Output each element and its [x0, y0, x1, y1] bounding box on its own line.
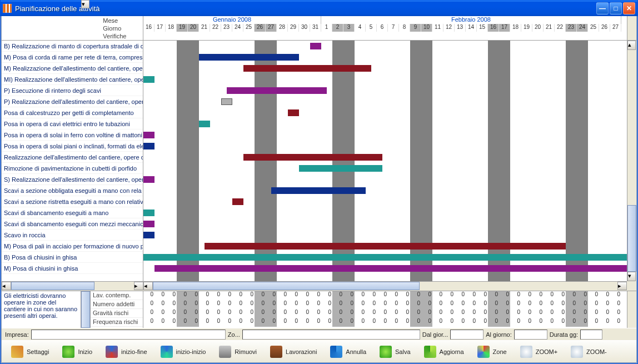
- vertical-scroll-thumb[interactable]: [627, 205, 636, 272]
- task-row[interactable]: M) Posa di chiusini in ghisa: [2, 263, 143, 274]
- stat-cell: 0: [399, 300, 410, 309]
- day-cell: 19: [177, 24, 188, 32]
- zoomplus-button[interactable]: ZOOM+: [514, 343, 564, 361]
- gantt-bar[interactable]: [243, 154, 382, 161]
- stat-cell: 0: [455, 318, 466, 327]
- lavorazioni-button[interactable]: Lavorazioni: [264, 343, 323, 361]
- stat-cell: 0: [210, 300, 221, 309]
- task-row[interactable]: Rimozione di pavimentazione in cubetti d…: [2, 163, 143, 174]
- task-row[interactable]: P) Realizzazione dell'allestimento del c…: [2, 96, 143, 107]
- salva-button[interactable]: Salva: [373, 343, 417, 361]
- gantt-bar[interactable]: [221, 98, 232, 105]
- zone-field[interactable]: [242, 330, 420, 340]
- aggiorna-button[interactable]: Aggiorna: [418, 343, 470, 361]
- gantt-bar[interactable]: [199, 121, 210, 127]
- gantt-bar[interactable]: [271, 187, 366, 194]
- durata-field[interactable]: [580, 330, 602, 340]
- gantt-chart[interactable]: [143, 41, 627, 281]
- salva-icon: [380, 346, 392, 358]
- scroll-up-button[interactable]: ▴: [627, 41, 636, 50]
- task-row[interactable]: Posa di calcestruzzo per getti di comple…: [2, 107, 143, 118]
- task-row[interactable]: Scavi di sbancamento eseguiti con mezzi …: [2, 218, 143, 230]
- day-cell: 3: [343, 24, 355, 32]
- gantt-bar[interactable]: [143, 132, 154, 138]
- stat-cell: 0: [599, 318, 610, 327]
- task-row[interactable]: M) Posa di pali in acciaio per formazion…: [2, 241, 143, 252]
- task-row[interactable]: Scavi di sbancamento eseguiti a mano: [2, 207, 143, 218]
- maximize-button[interactable]: □: [610, 2, 622, 14]
- chart-hscroll-thumb[interactable]: [153, 282, 420, 290]
- task-row[interactable]: S) Realizzazione dell'allestimento del c…: [2, 174, 143, 185]
- annulla-button[interactable]: Annulla: [324, 343, 372, 361]
- impresa-field[interactable]: [31, 330, 226, 340]
- inizio-fine-button[interactable]: inizio-fine: [99, 343, 153, 361]
- task-row[interactable]: Scavi a sezione obbligata eseguiti a man…: [2, 185, 143, 196]
- task-row[interactable]: B) Posa di chiusini in ghisa: [2, 252, 143, 263]
- gantt-bar[interactable]: [243, 65, 371, 72]
- task-hscroll[interactable]: ◂ ▸: [2, 281, 143, 291]
- stat-cell: 0: [532, 318, 544, 327]
- task-list[interactable]: B) Realizzazione di manto di copertura s…: [2, 41, 143, 281]
- note-scrollbar[interactable]: ▴ ▾: [81, 291, 90, 328]
- gantt-bar[interactable]: [143, 232, 154, 238]
- stat-cell: 0: [154, 309, 166, 318]
- inizio-inizio-button[interactable]: inizio-inizio: [154, 343, 212, 361]
- task-row[interactable]: M) Realizzazione dell'allestimento del c…: [2, 63, 143, 74]
- minimize-button[interactable]: —: [596, 2, 609, 14]
- day-cell: 26: [255, 24, 266, 32]
- algiorno-field[interactable]: [514, 330, 547, 340]
- scroll-right-icon[interactable]: ▸: [617, 282, 627, 290]
- gantt-bar[interactable]: [154, 265, 627, 272]
- task-row[interactable]: Posa in opera di solai piani o inclinati…: [2, 141, 143, 152]
- gantt-bar[interactable]: [205, 243, 566, 250]
- task-row[interactable]: Posa in opera di solai in ferro con volt…: [2, 129, 143, 141]
- scroll-left-icon[interactable]: ◂: [2, 282, 11, 290]
- day-cell: 23: [566, 24, 577, 32]
- task-row[interactable]: M) Posa di corda di rame per rete di ter…: [2, 52, 143, 63]
- stat-cell: 0: [321, 300, 332, 309]
- task-row[interactable]: B) Realizzazione di manto di copertura s…: [2, 41, 143, 52]
- stat-cell: 0: [332, 309, 343, 318]
- gantt-bar[interactable]: [299, 165, 382, 172]
- stat-label: Gravità rischi: [91, 309, 143, 318]
- gantt-bar[interactable]: [143, 143, 154, 149]
- gantt-bar[interactable]: [143, 76, 154, 83]
- gantt-bar[interactable]: [310, 43, 321, 49]
- vertical-scrollbar[interactable]: ▴ ▾: [627, 41, 636, 281]
- gantt-bar[interactable]: [288, 109, 299, 116]
- chart-hscroll[interactable]: ◂ ▸: [143, 281, 627, 291]
- day-cell: 12: [443, 24, 455, 32]
- close-button[interactable]: ✕: [623, 2, 635, 14]
- stat-cell: 0: [243, 300, 255, 309]
- task-row[interactable]: Scavi a sezione ristretta eseguiti a man…: [2, 196, 143, 207]
- dalgiorno-field[interactable]: [450, 330, 484, 340]
- inizio-fine-icon: [106, 346, 118, 358]
- gantt-bar[interactable]: [143, 210, 154, 216]
- stat-label: Frequenza rischi: [91, 318, 143, 327]
- gantt-bar[interactable]: [143, 221, 154, 227]
- gantt-bar[interactable]: [143, 254, 627, 261]
- zoomplus-icon: [520, 346, 532, 358]
- settaggi-button[interactable]: Settaggi: [5, 343, 55, 361]
- inizio-button[interactable]: Inizio: [56, 343, 98, 361]
- stat-cell: 0: [143, 309, 154, 318]
- stat-cell: 0: [577, 318, 588, 327]
- stat-cell: 0: [610, 291, 621, 300]
- scroll-down-button[interactable]: ▾: [627, 272, 636, 281]
- task-row[interactable]: Realizzazione dell'allestimento del cant…: [2, 152, 143, 163]
- task-row[interactable]: MI) Realizzazione dell'allestimento del …: [2, 74, 143, 85]
- rimuovi-button[interactable]: Rimuovi: [213, 343, 263, 361]
- gantt-bar[interactable]: [143, 176, 154, 183]
- task-hscroll-thumb[interactable]: [11, 282, 94, 290]
- scroll-right-icon[interactable]: ▸: [134, 282, 143, 290]
- task-row[interactable]: Scavo in roccia: [2, 230, 143, 241]
- zone-button[interactable]: Zone: [471, 343, 513, 361]
- gantt-bar[interactable]: [227, 87, 327, 94]
- task-row[interactable]: P) Esecuzione di rinterro degli scavi: [2, 85, 143, 96]
- gantt-bar[interactable]: [199, 54, 299, 61]
- bottom-panel: Gli elettricisti dovranno operare in zon…: [2, 291, 636, 328]
- scroll-left-icon[interactable]: ◂: [143, 282, 153, 290]
- gantt-bar[interactable]: [232, 198, 243, 205]
- zoomminus-button[interactable]: ZOOM-: [565, 343, 613, 361]
- task-row[interactable]: Posa in opera di cavi elettrici entro le…: [2, 118, 143, 129]
